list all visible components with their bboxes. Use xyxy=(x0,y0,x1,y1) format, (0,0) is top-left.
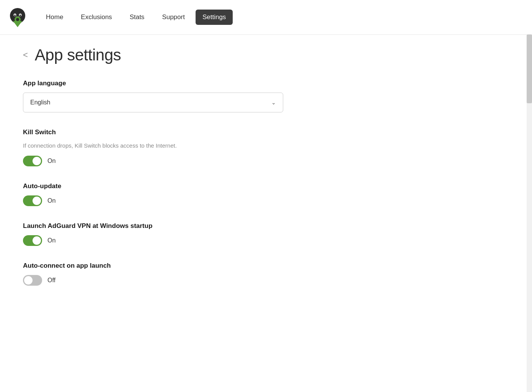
language-label: App language xyxy=(23,80,504,87)
auto-update-toggle[interactable] xyxy=(23,195,42,206)
nav-support[interactable]: Support xyxy=(155,10,192,25)
auto-update-state: On xyxy=(47,197,55,204)
kill-switch-toggle-row: On xyxy=(23,156,504,166)
page-header: < App settings xyxy=(23,46,504,64)
auto-update-label: Auto-update xyxy=(23,182,504,190)
page-title: App settings xyxy=(35,46,121,64)
auto-connect-setting: Auto-connect on app launch Off xyxy=(23,262,504,286)
chevron-down-icon: ⌄ xyxy=(271,99,276,106)
nav-exclusions[interactable]: Exclusions xyxy=(74,10,119,25)
kill-switch-description: If connection drops, Kill Switch blocks … xyxy=(23,142,504,150)
nav-links: Home Exclusions Stats Support Settings xyxy=(39,10,233,25)
svg-point-3 xyxy=(14,15,16,16)
auto-update-setting: Auto-update On xyxy=(23,182,504,206)
launch-startup-toggle[interactable] xyxy=(23,235,42,246)
scrollbar-thumb[interactable] xyxy=(527,34,532,103)
scrollbar-track[interactable] xyxy=(527,34,532,392)
auto-connect-toggle[interactable] xyxy=(23,275,42,286)
kill-switch-knob xyxy=(33,157,41,165)
back-button[interactable]: < xyxy=(23,51,28,59)
launch-startup-label: Launch AdGuard VPN at Windows startup xyxy=(23,222,504,230)
language-dropdown[interactable]: English ⌄ xyxy=(23,93,283,112)
launch-startup-setting: Launch AdGuard VPN at Windows startup On xyxy=(23,222,504,246)
launch-startup-knob xyxy=(33,236,41,245)
language-setting: App language English ⌄ xyxy=(23,80,504,112)
auto-connect-knob xyxy=(24,276,33,285)
language-value: English xyxy=(30,99,50,106)
nav-stats[interactable]: Stats xyxy=(123,10,152,25)
launch-startup-toggle-row: On xyxy=(23,235,504,246)
kill-switch-toggle[interactable] xyxy=(23,156,42,166)
svg-point-4 xyxy=(20,15,21,16)
auto-update-knob xyxy=(33,197,41,205)
auto-connect-state: Off xyxy=(47,277,55,284)
launch-startup-state: On xyxy=(47,237,55,244)
app-logo xyxy=(8,7,28,27)
kill-switch-label: Kill Switch xyxy=(23,128,504,136)
nav-home[interactable]: Home xyxy=(39,10,70,25)
svg-point-8 xyxy=(16,18,19,21)
navbar: Home Exclusions Stats Support Settings xyxy=(0,0,532,34)
nav-settings[interactable]: Settings xyxy=(196,10,233,25)
kill-switch-state: On xyxy=(47,158,55,164)
kill-switch-setting: Kill Switch If connection drops, Kill Sw… xyxy=(23,128,504,166)
auto-connect-toggle-row: Off xyxy=(23,275,504,286)
main-content: < App settings App language English ⌄ Ki… xyxy=(0,34,527,392)
auto-connect-label: Auto-connect on app launch xyxy=(23,262,504,270)
auto-update-toggle-row: On xyxy=(23,195,504,206)
